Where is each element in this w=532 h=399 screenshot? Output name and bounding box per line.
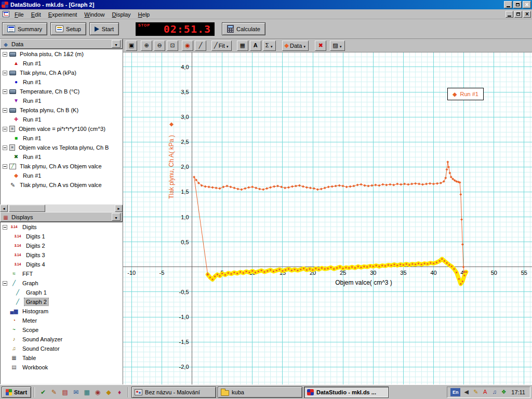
display-item[interactable]: 3.14Digits: [1, 222, 122, 232]
tree-expand-icon[interactable]: [3, 71, 7, 75]
data-source-item[interactable]: Tlak plynu, Ch A (kPa): [1, 68, 122, 77]
displays-panel-menu-button[interactable]: [112, 213, 121, 221]
display-item[interactable]: ♪Sound Analyzer: [1, 335, 122, 344]
statistics-menu-button[interactable]: Σ: [263, 41, 276, 51]
tree-expand-icon[interactable]: [3, 145, 7, 150]
calculator-tool-button[interactable]: ▦: [237, 41, 248, 51]
zoom-in-button[interactable]: ⊕: [141, 41, 152, 51]
tray-icon-5[interactable]: ❖: [500, 389, 508, 395]
language-indicator[interactable]: En: [450, 388, 460, 396]
tray-icon-2[interactable]: ✎: [472, 389, 480, 395]
display-item[interactable]: 3.14Digits 2: [1, 241, 122, 250]
minimize-button[interactable]: [504, 1, 512, 8]
scroll-right-button[interactable]: [115, 205, 123, 212]
quick-launch-4-icon[interactable]: ✉: [71, 388, 81, 397]
menu-experiment[interactable]: Experiment: [45, 10, 81, 19]
data-source-item[interactable]: Teplota plynu, Ch B (K): [1, 105, 122, 115]
mdi-close-button[interactable]: [523, 11, 531, 18]
chart-plot[interactable]: -10-55101520253035404550554,03,53,02,52,…: [123, 52, 532, 384]
quick-launch-3-icon[interactable]: ▤: [60, 388, 70, 397]
tree-expand-icon[interactable]: [3, 52, 7, 57]
scale-to-fit-button[interactable]: ▣: [126, 41, 137, 51]
task-folder-button[interactable]: kuba: [218, 387, 302, 398]
menu-edit[interactable]: Edit: [28, 10, 45, 19]
display-item[interactable]: ╱Graph 2: [1, 297, 122, 307]
quick-launch-2-icon[interactable]: ✎: [49, 388, 59, 397]
mdi-minimize-button[interactable]: [506, 11, 513, 18]
task-datastudio-button[interactable]: DataStudio - mkl.ds ...: [304, 387, 389, 398]
quick-launch-8-icon[interactable]: ♦: [115, 388, 124, 397]
display-item[interactable]: ▤Workbook: [1, 363, 122, 372]
start-menu-button[interactable]: Start: [2, 387, 31, 398]
display-item[interactable]: ╱Graph 1: [1, 288, 122, 297]
tree-expand-icon[interactable]: [3, 164, 7, 169]
tree-expand-icon[interactable]: [3, 89, 7, 94]
menu-display[interactable]: Display: [109, 10, 135, 19]
scroll-left-button[interactable]: [0, 205, 8, 212]
setup-button[interactable]: Setup: [50, 22, 86, 35]
calculate-button[interactable]: Calculate: [222, 22, 265, 35]
display-item[interactable]: ▦Table: [1, 353, 122, 363]
tree-expand-icon[interactable]: [3, 225, 7, 230]
restore-button[interactable]: [513, 1, 522, 8]
run-marker-icon: ✚: [13, 117, 19, 122]
display-item[interactable]: ◔Meter: [1, 316, 122, 325]
mdi-restore-button[interactable]: [514, 11, 522, 18]
fit-menu-button[interactable]: ╱Fit: [211, 41, 232, 51]
display-item[interactable]: ≈FFT: [1, 269, 122, 278]
tray-icon-3[interactable]: A: [481, 389, 489, 395]
display-item[interactable]: 3.14Digits 1: [1, 232, 122, 241]
data-source-item[interactable]: Temperature, Ch B (°C): [1, 87, 122, 96]
legend[interactable]: Run #1: [447, 88, 484, 100]
run-item[interactable]: ✖Run #1: [1, 152, 122, 162]
zoom-in-icon: ⊕: [144, 43, 149, 48]
data-menu-button[interactable]: ◆Data: [282, 41, 309, 51]
run-item[interactable]: ●Run #1: [1, 77, 122, 87]
data-panel-menu-button[interactable]: [112, 40, 121, 48]
menu-file[interactable]: File: [11, 10, 28, 19]
close-button[interactable]: [523, 1, 531, 8]
display-item[interactable]: ~Scope: [1, 325, 122, 335]
run-item[interactable]: ▲Run #1: [1, 59, 122, 68]
display-item[interactable]: ♫Sound Creator: [1, 344, 122, 353]
tree-expand-icon[interactable]: [3, 281, 7, 286]
remove-data-button[interactable]: ✖: [315, 41, 326, 51]
smart-tool-button[interactable]: ◉: [182, 41, 193, 51]
display-item[interactable]: 3.14Digits 4: [1, 260, 122, 269]
display-item[interactable]: ▄▆Histogram: [1, 307, 122, 316]
data-tree-hscrollbar[interactable]: [0, 205, 123, 212]
zoom-out-button[interactable]: ⊖: [154, 41, 165, 51]
data-source-item[interactable]: Poloha pistu, Ch 1&2 (m): [1, 49, 122, 59]
tree-expand-icon[interactable]: [3, 127, 7, 131]
tray-icon-4[interactable]: ♫: [490, 389, 498, 395]
task-paint-button[interactable]: Bez názvu - Malování: [131, 387, 216, 398]
quick-launch-1-icon[interactable]: ✔: [38, 388, 48, 397]
text-tool-button[interactable]: A: [250, 41, 261, 51]
data-source-item[interactable]: ╱Tlak plynu, Ch A vs Objem valce: [1, 162, 122, 171]
quick-launch-6-icon[interactable]: ◉: [93, 388, 102, 397]
system-tray: En ◀✎A♫❖ 17:11: [447, 387, 530, 398]
tree-expand-icon[interactable]: [3, 108, 7, 113]
quick-launch-5-icon[interactable]: ▦: [82, 388, 91, 397]
zoom-select-button[interactable]: ⊡: [167, 41, 178, 51]
tray-icon-1[interactable]: ◀: [462, 389, 470, 395]
quick-launch-7-icon[interactable]: ◆: [104, 388, 113, 397]
scrollbar-thumb[interactable]: [9, 205, 45, 212]
menu-help[interactable]: Help: [135, 10, 154, 19]
scrollbar-track[interactable]: [8, 205, 115, 212]
graph-window-icon[interactable]: [3, 11, 9, 17]
run-item[interactable]: ◆Run #1: [1, 171, 122, 180]
start-button[interactable]: Start: [89, 22, 119, 35]
data-source-item[interactable]: ✎Tlak plynu, Ch A vs Objem valce: [1, 180, 122, 190]
summary-button[interactable]: Summary: [2, 22, 47, 35]
run-item[interactable]: ✚Run #1: [1, 115, 122, 124]
data-source-item[interactable]: =Objem valce vs Teplota plynu, Ch B: [1, 143, 122, 152]
run-item[interactable]: ■Run #1: [1, 134, 122, 143]
display-item[interactable]: 3.14Digits 3: [1, 250, 122, 260]
run-item[interactable]: ▼Run #1: [1, 96, 122, 105]
slope-tool-button[interactable]: ╱: [195, 41, 206, 51]
display-item[interactable]: ╱Graph: [1, 278, 122, 288]
data-source-item[interactable]: =Objem valce = pi*r*r*y*100 (cm^3): [1, 124, 122, 134]
menu-window[interactable]: Window: [81, 10, 108, 19]
graph-settings-menu-button[interactable]: ▨: [330, 41, 344, 51]
